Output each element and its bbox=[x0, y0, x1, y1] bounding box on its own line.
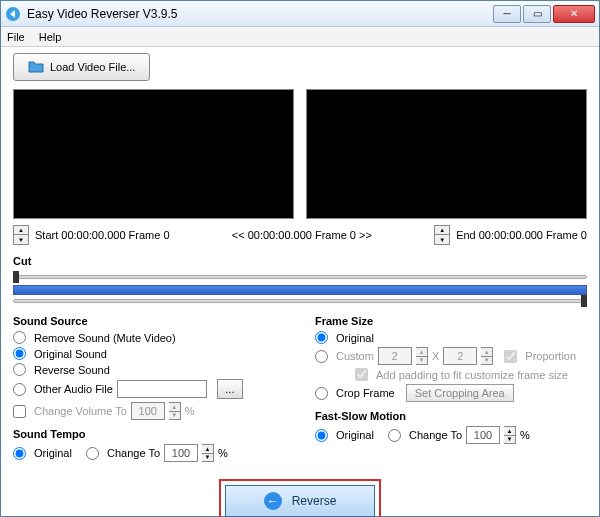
tempo-input bbox=[164, 444, 198, 462]
remove-sound-label: Remove Sound (Mute Video) bbox=[34, 332, 176, 344]
menu-help[interactable]: Help bbox=[39, 31, 62, 43]
padding-checkbox bbox=[355, 368, 368, 381]
cut-bar[interactable] bbox=[13, 271, 587, 305]
reverse-button[interactable]: ← Reverse bbox=[225, 485, 375, 517]
app-window: Easy Video Reverser V3.9.5 ─ ▭ ✕ File He… bbox=[0, 0, 600, 517]
frame-size-title: Frame Size bbox=[315, 315, 587, 327]
menubar: File Help bbox=[1, 27, 599, 47]
proportion-label: Proportion bbox=[525, 350, 576, 362]
minimize-button[interactable]: ─ bbox=[493, 5, 521, 23]
preview-left bbox=[13, 89, 294, 219]
height-input bbox=[443, 347, 477, 365]
mid-time-label: << 00:00:00.000 Frame 0 >> bbox=[176, 229, 429, 241]
right-column: Frame Size Original Custom ▲▼ X ▲▼ Propo… bbox=[315, 315, 587, 465]
stepper-down-icon[interactable]: ▼ bbox=[435, 235, 449, 244]
padding-label: Add padding to fit customize frame size bbox=[376, 369, 568, 381]
volume-percent: % bbox=[185, 405, 195, 417]
cut-start-handle[interactable] bbox=[13, 271, 19, 283]
original-sound-label: Original Sound bbox=[34, 348, 107, 360]
reverse-sound-radio[interactable] bbox=[13, 363, 26, 376]
motion-original-label: Original bbox=[336, 429, 374, 441]
app-icon bbox=[5, 6, 21, 22]
volume-spinner: ▲▼ bbox=[169, 402, 181, 420]
tempo-change-radio[interactable] bbox=[86, 447, 99, 460]
reverse-highlight: ← Reverse bbox=[219, 479, 381, 517]
reverse-sound-label: Reverse Sound bbox=[34, 364, 110, 376]
stepper-up-icon[interactable]: ▲ bbox=[14, 226, 28, 235]
options-columns: Sound Source Remove Sound (Mute Video) O… bbox=[13, 315, 587, 465]
width-input bbox=[378, 347, 412, 365]
set-cropping-button[interactable]: Set Cropping Area bbox=[406, 384, 514, 402]
original-sound-radio[interactable] bbox=[13, 347, 26, 360]
folder-icon bbox=[28, 59, 44, 75]
tempo-spinner: ▲▼ bbox=[202, 444, 214, 462]
other-audio-path-input bbox=[117, 380, 207, 398]
time-row: ▲ ▼ Start 00:00:00.000 Frame 0 << 00:00:… bbox=[13, 225, 587, 245]
close-button[interactable]: ✕ bbox=[553, 5, 595, 23]
stepper-down-icon[interactable]: ▼ bbox=[14, 235, 28, 244]
framesize-custom-radio[interactable] bbox=[315, 350, 328, 363]
cut-track-main[interactable] bbox=[13, 285, 587, 295]
tempo-original-label: Original bbox=[34, 447, 72, 459]
end-time-label: End 00:00:00.000 Frame 0 bbox=[456, 229, 587, 241]
change-volume-label: Change Volume To bbox=[34, 405, 127, 417]
other-audio-radio[interactable] bbox=[13, 383, 26, 396]
framesize-custom-label: Custom bbox=[336, 350, 374, 362]
motion-original-radio[interactable] bbox=[315, 429, 328, 442]
preview-right bbox=[306, 89, 587, 219]
framesize-original-label: Original bbox=[336, 332, 374, 344]
cut-end-handle[interactable] bbox=[581, 295, 587, 307]
load-video-button[interactable]: Load Video File... bbox=[13, 53, 150, 81]
tempo-percent: % bbox=[218, 447, 228, 459]
end-frame-stepper[interactable]: ▲ ▼ bbox=[434, 225, 450, 245]
maximize-button[interactable]: ▭ bbox=[523, 5, 551, 23]
window-buttons: ─ ▭ ✕ bbox=[493, 5, 595, 23]
menu-file[interactable]: File bbox=[7, 31, 25, 43]
reverse-arrow-icon: ← bbox=[264, 492, 282, 510]
motion-input bbox=[466, 426, 500, 444]
client-area: Load Video File... ▲ ▼ Start 00:00:00.00… bbox=[1, 47, 599, 517]
start-frame-stepper[interactable]: ▲ ▼ bbox=[13, 225, 29, 245]
preview-row bbox=[13, 89, 587, 219]
width-spinner: ▲▼ bbox=[416, 347, 428, 365]
motion-percent: % bbox=[520, 429, 530, 441]
change-volume-checkbox[interactable] bbox=[13, 405, 26, 418]
framesize-original-radio[interactable] bbox=[315, 331, 328, 344]
motion-change-label: Change To bbox=[409, 429, 462, 441]
motion-change-radio[interactable] bbox=[388, 429, 401, 442]
stepper-up-icon[interactable]: ▲ bbox=[435, 226, 449, 235]
height-spinner: ▲▼ bbox=[481, 347, 493, 365]
sound-tempo-title: Sound Tempo bbox=[13, 428, 285, 440]
x-label: X bbox=[432, 350, 439, 362]
cut-track-top bbox=[13, 275, 587, 279]
crop-frame-label: Crop Frame bbox=[336, 387, 395, 399]
start-time-label: Start 00:00:00.000 Frame 0 bbox=[35, 229, 170, 241]
load-video-label: Load Video File... bbox=[50, 61, 135, 73]
sound-source-title: Sound Source bbox=[13, 315, 285, 327]
window-title: Easy Video Reverser V3.9.5 bbox=[27, 7, 493, 21]
volume-input bbox=[131, 402, 165, 420]
browse-audio-button[interactable]: ... bbox=[217, 379, 243, 399]
remove-sound-radio[interactable] bbox=[13, 331, 26, 344]
reverse-button-label: Reverse bbox=[292, 494, 337, 508]
cut-track-bottom bbox=[13, 299, 587, 303]
titlebar: Easy Video Reverser V3.9.5 ─ ▭ ✕ bbox=[1, 1, 599, 27]
fast-slow-title: Fast-Slow Motion bbox=[315, 410, 587, 422]
left-column: Sound Source Remove Sound (Mute Video) O… bbox=[13, 315, 285, 465]
other-audio-label: Other Audio File bbox=[34, 383, 113, 395]
proportion-checkbox bbox=[504, 350, 517, 363]
cut-label: Cut bbox=[13, 255, 587, 267]
crop-frame-radio[interactable] bbox=[315, 387, 328, 400]
tempo-change-label: Change To bbox=[107, 447, 160, 459]
tempo-original-radio[interactable] bbox=[13, 447, 26, 460]
motion-spinner: ▲▼ bbox=[504, 426, 516, 444]
reverse-wrap: ← Reverse bbox=[13, 479, 587, 517]
